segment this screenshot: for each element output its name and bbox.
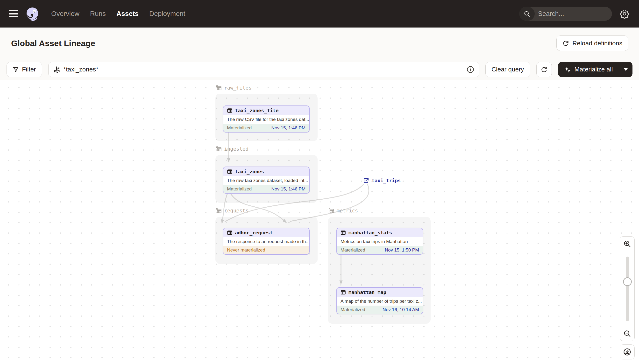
status-label: Never materialized xyxy=(227,248,265,253)
search-icon xyxy=(519,7,535,21)
table-icon xyxy=(227,169,232,174)
chevron-down-icon xyxy=(623,68,628,71)
external-link-icon xyxy=(363,178,369,184)
zoom-out-button[interactable] xyxy=(620,326,634,341)
asset-selection-input-wrap xyxy=(48,62,479,77)
nav-item-runs[interactable]: Runs xyxy=(90,10,106,18)
table-icon xyxy=(227,108,232,113)
lineage-edges xyxy=(0,80,639,364)
graph-query-icon xyxy=(53,66,60,73)
reload-definitions-button[interactable]: Reload definitions xyxy=(556,36,628,51)
status-label: Materialized xyxy=(227,186,252,192)
sparkles-icon xyxy=(564,66,571,73)
primary-nav: Overview Runs Assets Deployment xyxy=(51,10,185,18)
hamburger-menu-icon[interactable] xyxy=(9,10,18,18)
asset-node-taxi-zones[interactable]: taxi_zones The raw taxi zones dataset, l… xyxy=(223,166,310,194)
materialization-timestamp[interactable]: Nov 15, 1:46 PM xyxy=(271,125,305,130)
group-table-icon xyxy=(215,146,222,152)
zoom-out-icon xyxy=(623,330,631,338)
zoom-slider-track[interactable] xyxy=(626,256,629,321)
zoom-in-button[interactable] xyxy=(620,236,634,251)
asset-node-adhoc-request[interactable]: adhoc_request The response to an request… xyxy=(223,228,310,255)
lineage-toolbar: Filter Clear query xyxy=(0,59,639,80)
refresh-query-button[interactable] xyxy=(536,62,552,77)
group-label-raw-files[interactable]: raw_files xyxy=(215,84,252,91)
top-navigation-bar: Overview Runs Assets Deployment / xyxy=(0,0,639,28)
asset-node-manhattan-stats[interactable]: manhattan_stats Metrics on taxi trips in… xyxy=(336,228,423,255)
settings-gear-icon[interactable] xyxy=(620,9,629,18)
asset-selection-input[interactable] xyxy=(64,66,464,73)
table-icon xyxy=(341,290,346,295)
group-label-requests[interactable]: requests xyxy=(215,207,249,214)
status-label: Materialized xyxy=(227,125,252,130)
download-icon xyxy=(623,348,631,356)
zoom-in-icon xyxy=(623,240,631,248)
refresh-icon xyxy=(562,40,569,46)
status-label: Materialized xyxy=(341,248,365,253)
materialize-all-split-button: Materialize all xyxy=(558,62,632,77)
group-table-icon xyxy=(215,207,222,214)
table-icon xyxy=(341,230,346,235)
nav-item-assets[interactable]: Assets xyxy=(116,10,139,18)
filter-funnel-icon xyxy=(13,66,19,73)
download-image-button[interactable] xyxy=(620,344,635,360)
materialization-timestamp[interactable]: Nov 16, 10:14 AM xyxy=(383,307,419,312)
filter-button[interactable]: Filter xyxy=(7,62,42,77)
asset-node-taxi-zones-file[interactable]: taxi_zones_file The raw CSV file for the… xyxy=(223,106,310,132)
zoom-slider-thumb[interactable] xyxy=(623,277,632,286)
global-search[interactable]: / xyxy=(519,7,612,21)
info-icon[interactable] xyxy=(466,66,474,74)
table-icon xyxy=(227,230,232,235)
dagster-logo[interactable] xyxy=(25,6,40,21)
asset-node-manhattan-map[interactable]: manhattan_map A map of the number of tri… xyxy=(336,287,423,314)
page-header: Global Asset Lineage Reload definitions xyxy=(0,28,639,59)
group-label-metrics[interactable]: metrics xyxy=(328,207,358,214)
zoom-slider xyxy=(620,251,634,326)
group-label-ingested[interactable]: ingested xyxy=(215,146,249,152)
refresh-icon xyxy=(541,66,547,73)
page-title: Global Asset Lineage xyxy=(11,38,95,48)
group-table-icon xyxy=(215,84,222,91)
external-asset-taxi-trips[interactable]: taxi_trips xyxy=(363,178,401,184)
zoom-controls xyxy=(620,236,635,341)
materialize-options-dropdown[interactable] xyxy=(619,62,632,77)
materialization-timestamp[interactable]: Nov 15, 1:50 PM xyxy=(385,248,419,253)
lineage-canvas[interactable]: raw_files ingested requests metrics xyxy=(0,80,639,364)
nav-item-deployment[interactable]: Deployment xyxy=(149,10,185,18)
nav-item-overview[interactable]: Overview xyxy=(51,10,80,18)
group-table-icon xyxy=(328,207,334,214)
status-label: Materialized xyxy=(341,307,365,312)
materialize-all-button[interactable]: Materialize all xyxy=(558,62,619,77)
search-input[interactable] xyxy=(535,10,612,18)
clear-query-button[interactable]: Clear query xyxy=(485,62,530,77)
materialization-timestamp[interactable]: Nov 15, 1:46 PM xyxy=(271,186,305,192)
